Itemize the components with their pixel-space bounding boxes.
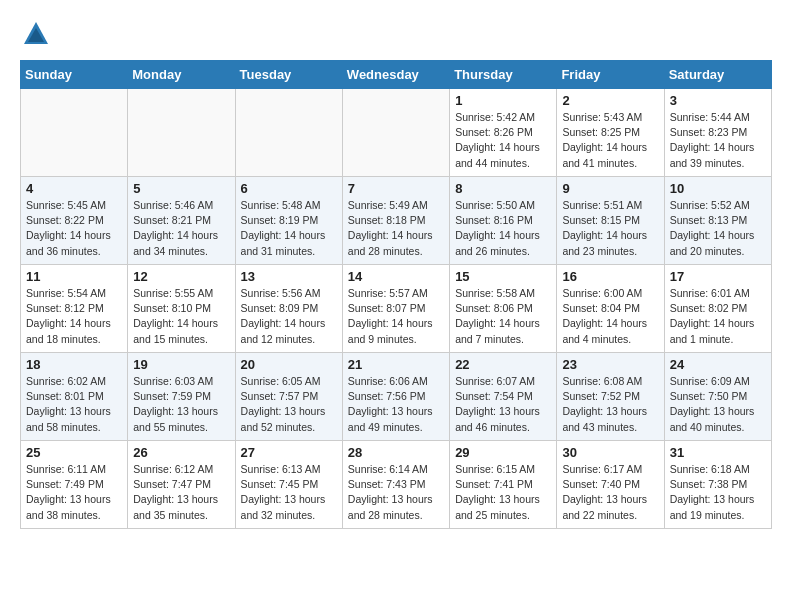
calendar-cell: 29Sunrise: 6:15 AM Sunset: 7:41 PM Dayli… [450,441,557,529]
calendar-week-row: 25Sunrise: 6:11 AM Sunset: 7:49 PM Dayli… [21,441,772,529]
day-number: 31 [670,445,766,460]
day-info: Sunrise: 6:03 AM Sunset: 7:59 PM Dayligh… [133,374,229,435]
day-info: Sunrise: 5:56 AM Sunset: 8:09 PM Dayligh… [241,286,337,347]
calendar-cell: 10Sunrise: 5:52 AM Sunset: 8:13 PM Dayli… [664,177,771,265]
day-header-sunday: Sunday [21,61,128,89]
day-info: Sunrise: 5:44 AM Sunset: 8:23 PM Dayligh… [670,110,766,171]
logo [20,20,50,44]
calendar-cell: 24Sunrise: 6:09 AM Sunset: 7:50 PM Dayli… [664,353,771,441]
day-number: 13 [241,269,337,284]
day-number: 14 [348,269,444,284]
calendar-cell [235,89,342,177]
calendar-cell: 3Sunrise: 5:44 AM Sunset: 8:23 PM Daylig… [664,89,771,177]
calendar-table: SundayMondayTuesdayWednesdayThursdayFrid… [20,60,772,529]
day-info: Sunrise: 6:17 AM Sunset: 7:40 PM Dayligh… [562,462,658,523]
day-info: Sunrise: 5:52 AM Sunset: 8:13 PM Dayligh… [670,198,766,259]
day-info: Sunrise: 6:15 AM Sunset: 7:41 PM Dayligh… [455,462,551,523]
calendar-cell: 31Sunrise: 6:18 AM Sunset: 7:38 PM Dayli… [664,441,771,529]
day-info: Sunrise: 6:14 AM Sunset: 7:43 PM Dayligh… [348,462,444,523]
day-info: Sunrise: 6:11 AM Sunset: 7:49 PM Dayligh… [26,462,122,523]
calendar-cell: 20Sunrise: 6:05 AM Sunset: 7:57 PM Dayli… [235,353,342,441]
calendar-cell [342,89,449,177]
day-info: Sunrise: 6:05 AM Sunset: 7:57 PM Dayligh… [241,374,337,435]
calendar-week-row: 1Sunrise: 5:42 AM Sunset: 8:26 PM Daylig… [21,89,772,177]
header [20,20,772,44]
day-number: 17 [670,269,766,284]
day-info: Sunrise: 6:06 AM Sunset: 7:56 PM Dayligh… [348,374,444,435]
day-number: 22 [455,357,551,372]
calendar-header-row: SundayMondayTuesdayWednesdayThursdayFrid… [21,61,772,89]
day-number: 16 [562,269,658,284]
day-number: 1 [455,93,551,108]
day-number: 27 [241,445,337,460]
calendar-cell: 7Sunrise: 5:49 AM Sunset: 8:18 PM Daylig… [342,177,449,265]
day-number: 19 [133,357,229,372]
calendar-cell: 17Sunrise: 6:01 AM Sunset: 8:02 PM Dayli… [664,265,771,353]
calendar-cell: 15Sunrise: 5:58 AM Sunset: 8:06 PM Dayli… [450,265,557,353]
day-info: Sunrise: 6:18 AM Sunset: 7:38 PM Dayligh… [670,462,766,523]
calendar-cell: 28Sunrise: 6:14 AM Sunset: 7:43 PM Dayli… [342,441,449,529]
day-info: Sunrise: 6:00 AM Sunset: 8:04 PM Dayligh… [562,286,658,347]
day-header-saturday: Saturday [664,61,771,89]
calendar-cell: 13Sunrise: 5:56 AM Sunset: 8:09 PM Dayli… [235,265,342,353]
day-header-wednesday: Wednesday [342,61,449,89]
logo-icon [22,20,50,48]
calendar-cell: 25Sunrise: 6:11 AM Sunset: 7:49 PM Dayli… [21,441,128,529]
day-info: Sunrise: 5:57 AM Sunset: 8:07 PM Dayligh… [348,286,444,347]
day-number: 26 [133,445,229,460]
calendar-cell: 21Sunrise: 6:06 AM Sunset: 7:56 PM Dayli… [342,353,449,441]
day-info: Sunrise: 5:54 AM Sunset: 8:12 PM Dayligh… [26,286,122,347]
calendar-cell: 4Sunrise: 5:45 AM Sunset: 8:22 PM Daylig… [21,177,128,265]
day-number: 29 [455,445,551,460]
day-info: Sunrise: 6:08 AM Sunset: 7:52 PM Dayligh… [562,374,658,435]
day-number: 11 [26,269,122,284]
calendar-cell: 23Sunrise: 6:08 AM Sunset: 7:52 PM Dayli… [557,353,664,441]
day-number: 24 [670,357,766,372]
day-header-monday: Monday [128,61,235,89]
calendar-week-row: 11Sunrise: 5:54 AM Sunset: 8:12 PM Dayli… [21,265,772,353]
day-number: 30 [562,445,658,460]
calendar-cell: 22Sunrise: 6:07 AM Sunset: 7:54 PM Dayli… [450,353,557,441]
calendar-cell: 19Sunrise: 6:03 AM Sunset: 7:59 PM Dayli… [128,353,235,441]
calendar-cell [21,89,128,177]
calendar-week-row: 4Sunrise: 5:45 AM Sunset: 8:22 PM Daylig… [21,177,772,265]
day-number: 8 [455,181,551,196]
day-info: Sunrise: 5:43 AM Sunset: 8:25 PM Dayligh… [562,110,658,171]
day-number: 9 [562,181,658,196]
calendar-cell: 12Sunrise: 5:55 AM Sunset: 8:10 PM Dayli… [128,265,235,353]
calendar-cell: 5Sunrise: 5:46 AM Sunset: 8:21 PM Daylig… [128,177,235,265]
day-header-tuesday: Tuesday [235,61,342,89]
day-number: 6 [241,181,337,196]
day-info: Sunrise: 5:45 AM Sunset: 8:22 PM Dayligh… [26,198,122,259]
calendar-cell: 16Sunrise: 6:00 AM Sunset: 8:04 PM Dayli… [557,265,664,353]
day-number: 25 [26,445,122,460]
day-info: Sunrise: 6:01 AM Sunset: 8:02 PM Dayligh… [670,286,766,347]
day-info: Sunrise: 6:12 AM Sunset: 7:47 PM Dayligh… [133,462,229,523]
calendar-cell: 26Sunrise: 6:12 AM Sunset: 7:47 PM Dayli… [128,441,235,529]
day-info: Sunrise: 6:02 AM Sunset: 8:01 PM Dayligh… [26,374,122,435]
calendar-cell: 2Sunrise: 5:43 AM Sunset: 8:25 PM Daylig… [557,89,664,177]
day-number: 28 [348,445,444,460]
day-info: Sunrise: 5:42 AM Sunset: 8:26 PM Dayligh… [455,110,551,171]
day-info: Sunrise: 6:07 AM Sunset: 7:54 PM Dayligh… [455,374,551,435]
day-info: Sunrise: 5:55 AM Sunset: 8:10 PM Dayligh… [133,286,229,347]
calendar-week-row: 18Sunrise: 6:02 AM Sunset: 8:01 PM Dayli… [21,353,772,441]
calendar-cell: 14Sunrise: 5:57 AM Sunset: 8:07 PM Dayli… [342,265,449,353]
calendar-cell: 9Sunrise: 5:51 AM Sunset: 8:15 PM Daylig… [557,177,664,265]
calendar-cell [128,89,235,177]
day-info: Sunrise: 5:51 AM Sunset: 8:15 PM Dayligh… [562,198,658,259]
day-number: 3 [670,93,766,108]
day-number: 15 [455,269,551,284]
day-number: 4 [26,181,122,196]
day-number: 7 [348,181,444,196]
calendar-cell: 8Sunrise: 5:50 AM Sunset: 8:16 PM Daylig… [450,177,557,265]
day-info: Sunrise: 6:09 AM Sunset: 7:50 PM Dayligh… [670,374,766,435]
day-info: Sunrise: 5:58 AM Sunset: 8:06 PM Dayligh… [455,286,551,347]
day-header-friday: Friday [557,61,664,89]
calendar-cell: 18Sunrise: 6:02 AM Sunset: 8:01 PM Dayli… [21,353,128,441]
day-number: 2 [562,93,658,108]
day-number: 10 [670,181,766,196]
day-header-thursday: Thursday [450,61,557,89]
calendar-cell: 1Sunrise: 5:42 AM Sunset: 8:26 PM Daylig… [450,89,557,177]
day-info: Sunrise: 5:49 AM Sunset: 8:18 PM Dayligh… [348,198,444,259]
